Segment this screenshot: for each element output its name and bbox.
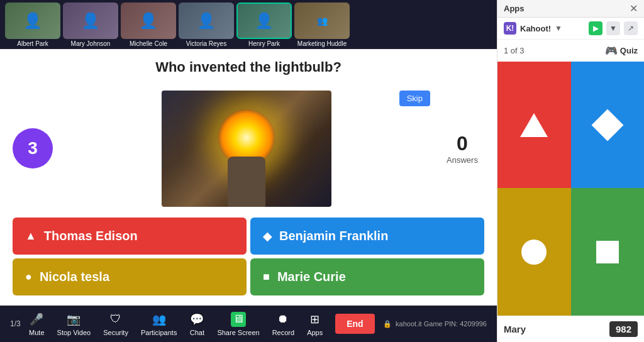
toolbar-label: Record bbox=[272, 329, 294, 336]
participant-michelle[interactable]: 👤 Michelle Cole bbox=[121, 3, 176, 47]
participants-icon: 👥 bbox=[152, 312, 167, 327]
question-body: 3 Skip 0 Answers bbox=[13, 83, 484, 214]
toolbar-label: Stop Video bbox=[57, 329, 91, 336]
quiz-icon: 🎮 bbox=[605, 45, 618, 57]
diamond-icon: ◆ bbox=[263, 229, 272, 243]
kahoot-answer-yellow[interactable] bbox=[497, 188, 571, 316]
participant-albert[interactable]: 👤 Albert Park bbox=[5, 3, 60, 47]
player-name: Mary bbox=[504, 324, 526, 334]
content-area: Who invented the lightbulb? 3 Skip 0 Ans… bbox=[0, 49, 497, 306]
mute-icon: 🎤 bbox=[29, 312, 44, 327]
toolbar-label: Security bbox=[103, 329, 128, 336]
quiz-badge: 🎮 Quiz bbox=[605, 45, 638, 57]
game-info: 🔒 kahoot.it Game PIN: 4209996 bbox=[383, 320, 487, 328]
panel-actions: ▶ ▼ ↗ bbox=[589, 21, 638, 35]
toolbar-security[interactable]: 🛡 Security bbox=[103, 312, 128, 336]
participant-mary[interactable]: 👤 Mary Johnson bbox=[63, 3, 118, 47]
toolbar-share-screen[interactable]: 🖥 Share Screen bbox=[217, 312, 259, 336]
toolbar-label: Participants bbox=[141, 329, 177, 336]
panel-header: Apps ✕ bbox=[497, 0, 644, 18]
video-icon: 📷 bbox=[66, 312, 81, 327]
toolbar-apps[interactable]: ⊞ Apps bbox=[307, 312, 323, 336]
choice-label: Benjamin Franklin bbox=[279, 229, 388, 243]
end-button[interactable]: End bbox=[335, 314, 374, 334]
record-icon: ⏺ bbox=[275, 312, 291, 327]
player-score: 982 bbox=[609, 321, 638, 337]
answers-number: 0 bbox=[440, 132, 484, 155]
kahoot-answer-green[interactable] bbox=[571, 188, 645, 316]
toolbar-label: Share Screen bbox=[217, 329, 259, 336]
participants-bar: 👤 Albert Park 👤 Mary Johnson 👤 Michelle … bbox=[0, 0, 497, 49]
skip-button[interactable]: Skip bbox=[399, 91, 430, 106]
participant-label: Victoria Reyes bbox=[186, 40, 226, 47]
game-pin-text: kahoot.it Game PIN: 4209996 bbox=[396, 320, 487, 328]
triangle-shape bbox=[520, 113, 548, 137]
participant-victoria[interactable]: 👤 Victoria Reyes bbox=[179, 3, 234, 47]
choice-thomas-edison[interactable]: ▲ Thomas Edison bbox=[13, 218, 247, 255]
dropdown-icon[interactable]: ▼ bbox=[555, 24, 562, 33]
toolbar-participants[interactable]: 👥 Participants bbox=[141, 312, 177, 336]
kahoot-name: Kahoot! bbox=[520, 24, 551, 33]
kahoot-logo: K! bbox=[504, 22, 516, 35]
timer-circle: 3 bbox=[13, 128, 53, 168]
panel-title: Apps bbox=[504, 4, 525, 13]
kahoot-answer-blue[interactable] bbox=[571, 62, 645, 188]
quiz-header: 1 of 3 🎮 Quiz bbox=[497, 40, 644, 62]
choices-grid: ▲ Thomas Edison ◆ Benjamin Franklin ● Ni… bbox=[13, 214, 484, 299]
participant-marketing[interactable]: 👥 Marketing Huddle bbox=[294, 3, 350, 47]
choice-benjamin-franklin[interactable]: ◆ Benjamin Franklin bbox=[250, 218, 484, 255]
toolbar-label: Apps bbox=[307, 329, 323, 336]
kahoot-answer-red[interactable] bbox=[497, 62, 571, 188]
security-icon: 🛡 bbox=[108, 312, 123, 327]
kahoot-toolbar: K! Kahoot! ▼ ▶ ▼ ↗ bbox=[497, 18, 644, 40]
diamond-shape bbox=[591, 109, 623, 141]
participant-label: Albert Park bbox=[17, 40, 48, 47]
chat-icon: 💬 bbox=[189, 312, 204, 327]
choice-label: Thomas Edison bbox=[44, 229, 138, 243]
footer-toolbar: 🎤 Mute 📷 Stop Video 🛡 Security 👥 Partici… bbox=[29, 312, 375, 336]
share-screen-icon: 🖥 bbox=[231, 312, 246, 327]
page-indicator: 1/3 bbox=[10, 319, 21, 328]
toolbar-record[interactable]: ⏺ Record bbox=[272, 312, 294, 336]
hand-shape bbox=[228, 157, 265, 207]
question-image-container: Skip bbox=[63, 91, 430, 207]
quiz-label: Quiz bbox=[620, 46, 638, 55]
circle-icon: ● bbox=[25, 270, 32, 284]
quiz-progress: 1 of 3 bbox=[504, 46, 525, 55]
participant-label: Marketing Huddle bbox=[297, 40, 347, 47]
question-text: Who invented the lightbulb? bbox=[13, 59, 484, 75]
apps-icon: ⊞ bbox=[308, 312, 323, 327]
square-icon: ■ bbox=[263, 270, 270, 284]
kahoot-brand: K! Kahoot! ▼ bbox=[504, 22, 562, 35]
choice-nicola-tesla[interactable]: ● Nicola tesla bbox=[13, 258, 247, 295]
lightbulb-image bbox=[162, 91, 331, 207]
panel-green-button[interactable]: ▶ bbox=[589, 21, 602, 35]
answers-count: 0 Answers bbox=[440, 132, 484, 165]
panel-filter-button[interactable]: ▼ bbox=[606, 21, 620, 35]
toolbar-label: Chat bbox=[190, 329, 204, 336]
panel-share-button[interactable]: ↗ bbox=[624, 21, 638, 35]
player-info: Mary 982 bbox=[497, 316, 644, 342]
footer-bar: 1/3 🎤 Mute 📷 Stop Video 🛡 Security 👥 Par… bbox=[0, 306, 497, 342]
circle-shape bbox=[521, 240, 547, 265]
choice-label: Nicola tesla bbox=[40, 270, 109, 284]
answers-label: Answers bbox=[440, 155, 484, 165]
participant-henry[interactable]: 👤 Henry Park bbox=[236, 3, 292, 47]
right-panel: Apps ✕ K! Kahoot! ▼ ▶ ▼ ↗ 1 of 3 🎮 Quiz bbox=[497, 0, 644, 342]
participant-label: Michelle Cole bbox=[130, 40, 167, 47]
triangle-icon: ▲ bbox=[25, 229, 36, 243]
choice-marie-curie[interactable]: ■ Marie Curie bbox=[250, 258, 484, 295]
participant-label: Mary Johnson bbox=[71, 40, 111, 47]
square-shape bbox=[596, 241, 619, 263]
toolbar-mute[interactable]: 🎤 Mute bbox=[29, 312, 44, 336]
toolbar-label: Mute bbox=[29, 329, 44, 336]
kahoot-answers bbox=[497, 62, 644, 316]
close-icon[interactable]: ✕ bbox=[630, 3, 638, 14]
toolbar-chat[interactable]: 💬 Chat bbox=[189, 312, 204, 336]
toolbar-stop-video[interactable]: 📷 Stop Video bbox=[57, 312, 91, 336]
participant-label: Henry Park bbox=[248, 40, 280, 47]
choice-label: Marie Curie bbox=[277, 270, 346, 284]
lock-icon: 🔒 bbox=[383, 320, 392, 328]
